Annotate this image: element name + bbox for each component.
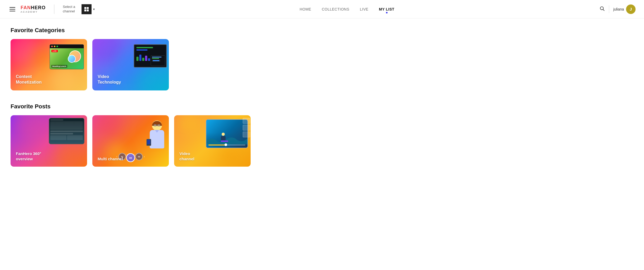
- nav-home[interactable]: HOME: [300, 7, 311, 11]
- video-right-panel: [243, 118, 250, 137]
- main-header: FANHERO ACADEMY Select a channel ▾: [0, 0, 644, 18]
- category-card-label-monetization: ContentMonetization: [16, 74, 42, 85]
- channel-next-arrow[interactable]: ›: [144, 155, 145, 158]
- categories-grid: LIVE HealthyLunch ContentMonetization: [11, 39, 306, 90]
- user-avatar: J: [626, 4, 636, 14]
- fanhero-tablet: [49, 118, 84, 144]
- hamburger-menu[interactable]: [8, 6, 16, 12]
- nav-live[interactable]: LIVE: [360, 7, 368, 11]
- video-technology-screen: [134, 44, 167, 68]
- logo-hero: HERO: [31, 5, 46, 10]
- mini-avatar-1: [243, 118, 250, 124]
- logo-area: FANHERO ACADEMY: [21, 5, 46, 13]
- logo-fan: FAN: [21, 5, 31, 10]
- category-card-video-technology[interactable]: VideoTechnology: [92, 39, 169, 90]
- monetization-screen: LIVE HealthyLunch: [50, 44, 84, 69]
- logo[interactable]: FANHERO ACADEMY: [21, 5, 46, 13]
- channel-03[interactable]: 03: [135, 153, 143, 160]
- post-card-multi-channel[interactable]: ‹ 01 CHANNEL 02 03 ›: [92, 115, 169, 167]
- favorite-categories-title: Favorite Categories: [11, 27, 306, 34]
- channel-logo-icon: [84, 6, 89, 12]
- header-left: FANHERO ACADEMY Select a channel ▾: [8, 4, 95, 14]
- select-channel-label: Select a channel: [63, 5, 75, 14]
- live-badge: LIVE: [51, 50, 58, 52]
- nav-collections[interactable]: COLLECTIONS: [322, 7, 349, 11]
- header-right: juliana J: [599, 4, 636, 14]
- main-nav: HOME COLLECTIONS LIVE MY LIST: [95, 7, 599, 11]
- header-divider-left: [54, 4, 54, 14]
- main-content: Favorite Categories LIVE: [0, 18, 317, 175]
- post-card-video-channel[interactable]: Videochannel: [174, 115, 251, 167]
- channel-icon: [82, 4, 92, 14]
- user-name: juliana: [613, 7, 624, 11]
- svg-rect-3: [87, 9, 89, 11]
- favorite-posts-section: Favorite Posts: [11, 103, 306, 167]
- header-divider-right: [609, 5, 609, 13]
- mini-avatar-3: [243, 132, 250, 137]
- category-card-content-monetization[interactable]: LIVE HealthyLunch ContentMonetization: [11, 39, 87, 90]
- channel-selector[interactable]: ▾: [82, 4, 95, 14]
- search-button[interactable]: [599, 6, 605, 12]
- channel-02[interactable]: 02: [126, 153, 135, 162]
- mini-avatar-2: [243, 125, 250, 131]
- posts-grid: FanHero 360°overview: [11, 115, 306, 167]
- post-card-label-multichannel: Multi channel: [98, 156, 123, 162]
- user-area[interactable]: juliana J: [613, 4, 636, 14]
- post-card-label-videochannel: Videochannel: [179, 151, 194, 161]
- favorite-categories-section: Favorite Categories LIVE: [11, 27, 306, 90]
- svg-line-5: [603, 9, 604, 11]
- svg-rect-2: [84, 9, 86, 11]
- post-card-fanhero-360[interactable]: FanHero 360°overview: [11, 115, 87, 167]
- surfer-video-mockup: [206, 119, 248, 148]
- svg-rect-1: [87, 7, 89, 9]
- video-play-dot: [225, 143, 227, 146]
- favorite-posts-title: Favorite Posts: [11, 103, 306, 110]
- logo-sub: ACADEMY: [21, 11, 46, 13]
- post-card-label-fanhero: FanHero 360°overview: [16, 151, 41, 161]
- category-card-label-technology: VideoTechnology: [98, 74, 121, 85]
- svg-rect-0: [84, 7, 86, 9]
- nav-mylist[interactable]: MY LIST: [379, 7, 394, 11]
